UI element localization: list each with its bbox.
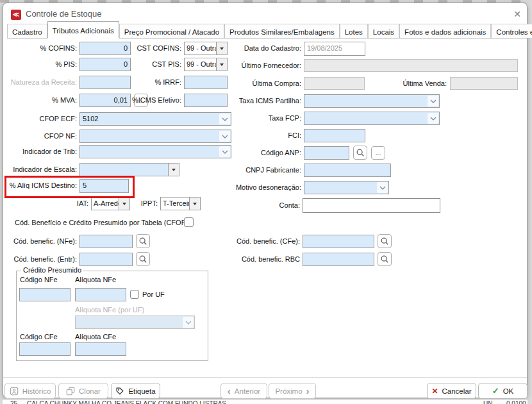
cod-benefic-cfe-input[interactable] xyxy=(303,235,374,248)
indicador-escala-label: Indicador de Escala: xyxy=(6,163,77,176)
etiqueta-button-label: Etiqueta xyxy=(128,387,155,395)
cst-pis-label: CST PIS: xyxy=(125,58,181,71)
cancelar-button[interactable]: ✕ Cancelar xyxy=(427,383,476,399)
icms-efetivo-label: %ICMS Efetivo: xyxy=(125,94,181,107)
indicador-trib-select[interactable] xyxy=(79,145,231,158)
ultima-compra-label: Última Compra: xyxy=(212,77,301,90)
codigo-anp-input[interactable] xyxy=(304,146,349,160)
ok-button-label: OK xyxy=(503,387,514,395)
anterior-button[interactable]: ‹ Anterior xyxy=(220,383,267,399)
chevron-right-icon: › xyxy=(306,386,310,396)
search-icon xyxy=(138,255,147,264)
codigo-anp-label: Código ANP: xyxy=(212,146,301,160)
motivo-desoneracao-label: Motivo desoneração: xyxy=(212,181,301,194)
chevron-left-icon: ‹ xyxy=(228,386,231,396)
dropdown-arrow-icon xyxy=(189,198,200,210)
search-icon xyxy=(356,148,365,157)
chevron-down-icon xyxy=(428,96,438,106)
codigo-cfe-label: Código CFe xyxy=(20,330,71,344)
footer-divider xyxy=(3,377,527,378)
ok-button[interactable]: ✓ OK xyxy=(478,383,528,399)
search-icon xyxy=(138,237,147,246)
close-icon[interactable]: ✕ xyxy=(511,8,524,20)
cod-benefic-rbc-label: Cód. benefic. RBC xyxy=(236,253,300,266)
cod-benefic-nfe-input[interactable] xyxy=(79,235,133,248)
proximo-button-label: Próximo xyxy=(275,387,302,395)
mva-input[interactable]: 0,01 xyxy=(79,94,131,107)
cod-benefic-cfe-search-button[interactable] xyxy=(378,234,392,248)
tab-locais[interactable]: Locais xyxy=(368,24,399,38)
chevron-down-icon xyxy=(377,182,388,193)
cfop-nf-label: CFOP NF: xyxy=(6,130,77,143)
taxa-fcp-select[interactable] xyxy=(304,112,440,125)
tab-produtos-similares[interactable]: Produtos Similares/Embalagens xyxy=(224,24,340,38)
proximo-button[interactable]: Próximo › xyxy=(269,383,316,399)
tab-lotes[interactable]: Lotes xyxy=(340,24,368,38)
aliquota-cfe-label: Alíquota CFe xyxy=(75,330,133,344)
tab-tributos-adicionais[interactable]: Tributos Adicionais xyxy=(47,21,119,38)
background-row-value: 0,0100 xyxy=(506,400,526,404)
ultima-compra-input xyxy=(304,77,365,90)
conta-input[interactable] xyxy=(303,198,440,213)
taxa-icms-partilha-select[interactable] xyxy=(304,94,440,108)
tab-controles-especificos[interactable]: Controles específicos xyxy=(491,24,532,38)
clonar-button[interactable]: Clonar xyxy=(58,383,108,399)
motivo-desoneracao-select[interactable] xyxy=(304,181,389,194)
indicador-escala-select[interactable] xyxy=(79,163,179,176)
cod-benefic-entr-input[interactable] xyxy=(79,253,133,266)
anterior-button-label: Anterior xyxy=(235,387,260,395)
natureza-receita-label: Natureza da Receita: xyxy=(6,76,77,89)
aliquota-nfe-input[interactable] xyxy=(75,288,126,301)
data-cadastro-input[interactable]: 19/08/2025 xyxy=(304,42,365,56)
codigo-cfe-input[interactable] xyxy=(19,342,71,356)
fci-label: FCI: xyxy=(212,129,301,142)
aliq-icms-destino-label: % Alíq ICMS Destino: xyxy=(6,179,77,192)
conta-label: Conta: xyxy=(212,199,300,212)
tab-cadastro[interactable]: Cadastro xyxy=(7,24,47,38)
cod-benefic-rbc-input[interactable] xyxy=(303,253,374,266)
etiqueta-button[interactable]: Etiqueta xyxy=(111,383,160,399)
iat-select[interactable]: A-Arredond xyxy=(91,197,130,210)
cod-beneficio-tabela-label: Cód. Benefício e Crédito Presumido por T… xyxy=(15,216,188,230)
ippt-select[interactable]: T-Terceiros xyxy=(160,197,201,210)
codigo-nfe-input[interactable] xyxy=(19,288,71,301)
clonar-button-label: Clonar xyxy=(79,387,101,395)
tab-fotos-dados[interactable]: Fotos e dados adicionais xyxy=(399,24,491,38)
pis-label: % PIS: xyxy=(6,58,77,71)
aliq-icms-destino-input[interactable]: 5 xyxy=(79,179,129,193)
codigo-nfe-label: Código NFe xyxy=(20,273,71,287)
cod-benefic-entr-search-button[interactable] xyxy=(136,252,150,266)
aliquota-nfe-uf-select xyxy=(75,316,195,329)
cst-cofins-label: CST COFINS: xyxy=(125,42,181,55)
historico-button[interactable]: Histórico xyxy=(4,383,56,399)
ok-check-icon: ✓ xyxy=(492,386,499,396)
natureza-receita-input[interactable] xyxy=(79,76,131,89)
fci-input[interactable] xyxy=(304,129,365,142)
dialog-titlebar: ≪ Controle de Estoque ✕ xyxy=(6,6,530,22)
tab-preco-promocional[interactable]: Preço Promocional / Atacado xyxy=(119,24,224,38)
por-uf-checkbox[interactable] xyxy=(130,290,139,299)
cod-benefic-nfe-label: Cód. benefic. (NFe): xyxy=(6,235,77,248)
cnpj-fabricante-input[interactable] xyxy=(304,164,391,177)
codigo-anp-more-button[interactable]: ... xyxy=(371,146,385,160)
cod-beneficio-tabela-checkbox[interactable] xyxy=(184,217,194,227)
cod-benefic-rbc-search-button[interactable] xyxy=(378,252,392,266)
cofins-label: % COFINS: xyxy=(6,42,77,55)
chevron-down-icon xyxy=(428,113,438,124)
cod-benefic-nfe-search-button[interactable] xyxy=(136,234,150,248)
background-row-id: 25 xyxy=(10,400,17,404)
screen: ≪ Controle de Estoque ✕ Cadastro Tributo… xyxy=(0,0,532,404)
pis-input[interactable]: 0 xyxy=(79,58,131,71)
taxa-fcp-label: Taxa FCP: xyxy=(212,112,301,125)
cofins-input[interactable]: 0 xyxy=(79,42,131,55)
cfop-ecf-select[interactable]: 5102 xyxy=(79,112,231,126)
cod-benefic-cfe-label: Cód. benefic. (CFe): xyxy=(236,235,300,248)
codigo-anp-search-button[interactable] xyxy=(353,146,367,160)
dropdown-arrow-icon xyxy=(119,198,129,210)
ippt-label: IPPT: xyxy=(132,197,158,210)
background-row-description: CALCA CHUNKY MALHA CO JEANS FLACK COM FU… xyxy=(27,400,226,404)
cfop-nf-select[interactable] xyxy=(79,130,231,143)
dropdown-arrow-icon xyxy=(168,164,179,176)
aliquota-cfe-input[interactable] xyxy=(75,342,126,356)
aliquota-nfe-uf-label: Alíquota NFe (por UF) xyxy=(75,303,178,317)
